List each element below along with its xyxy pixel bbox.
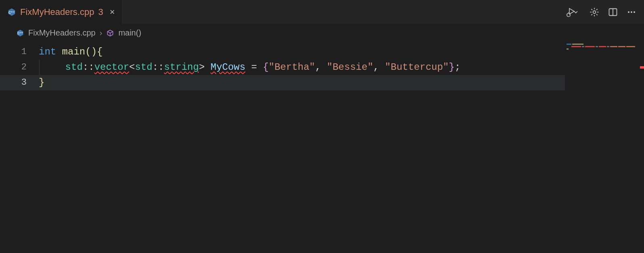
cpp-file-icon: C⁺⁺ bbox=[7, 8, 16, 17]
tab-filename: FixMyHeaders.cpp bbox=[20, 7, 94, 17]
editor-tab[interactable]: C⁺⁺ FixMyHeaders.cpp 3 × bbox=[0, 0, 123, 24]
svg-line-14 bbox=[596, 14, 598, 15]
svg-point-20 bbox=[631, 11, 632, 13]
breadcrumb[interactable]: C⁺⁺ FixMyHeaders.cpp › main() bbox=[0, 24, 644, 42]
gear-icon[interactable] bbox=[589, 7, 600, 17]
close-icon[interactable]: × bbox=[110, 8, 115, 17]
svg-point-19 bbox=[628, 11, 629, 13]
svg-line-6 bbox=[567, 16, 568, 16]
svg-text:C⁺⁺: C⁺⁺ bbox=[17, 31, 23, 35]
breadcrumb-symbol[interactable]: main() bbox=[118, 28, 141, 38]
breadcrumb-separator: › bbox=[100, 28, 102, 38]
line-number: 2 bbox=[0, 60, 39, 75]
cpp-file-icon: C⁺⁺ bbox=[16, 29, 24, 37]
code-line: 1 int main(){ bbox=[0, 44, 565, 60]
split-editor-icon[interactable] bbox=[608, 7, 618, 17]
svg-marker-1 bbox=[569, 8, 574, 14]
line-number: 1 bbox=[0, 44, 39, 60]
svg-point-8 bbox=[593, 10, 596, 13]
svg-text:C⁺⁺: C⁺⁺ bbox=[8, 10, 15, 14]
svg-line-16 bbox=[591, 14, 592, 15]
overview-ruler-error[interactable] bbox=[640, 66, 644, 69]
svg-line-5 bbox=[570, 14, 571, 15]
code-editor[interactable]: 1 int main(){ 2 std::vector<std::string>… bbox=[0, 42, 565, 253]
code-line: 2 std::vector<std::string> MyCows = {"Be… bbox=[0, 60, 565, 75]
code-content[interactable]: std::vector<std::string> MyCows = {"Bert… bbox=[39, 60, 460, 75]
svg-line-15 bbox=[596, 9, 598, 10]
svg-line-4 bbox=[567, 14, 568, 15]
svg-line-13 bbox=[591, 9, 592, 10]
tab-error-count: 3 bbox=[98, 7, 103, 17]
ellipsis-icon[interactable] bbox=[626, 7, 637, 17]
tab-bar: C⁺⁺ FixMyHeaders.cpp 3 × bbox=[0, 0, 644, 24]
editor-area: 1 int main(){ 2 std::vector<std::string>… bbox=[0, 42, 644, 253]
editor-actions bbox=[562, 0, 641, 24]
svg-point-21 bbox=[634, 11, 635, 13]
code-content[interactable]: int main(){ bbox=[39, 44, 102, 60]
run-debug-icon[interactable] bbox=[562, 7, 581, 17]
minimap[interactable] bbox=[565, 42, 644, 253]
breadcrumb-file[interactable]: FixMyHeaders.cpp bbox=[28, 28, 96, 38]
svg-line-7 bbox=[570, 16, 571, 16]
symbol-cube-icon bbox=[106, 29, 114, 37]
line-number: 3 bbox=[0, 75, 39, 90]
code-content[interactable]: } bbox=[39, 75, 44, 90]
code-line: 3 } bbox=[0, 75, 565, 90]
